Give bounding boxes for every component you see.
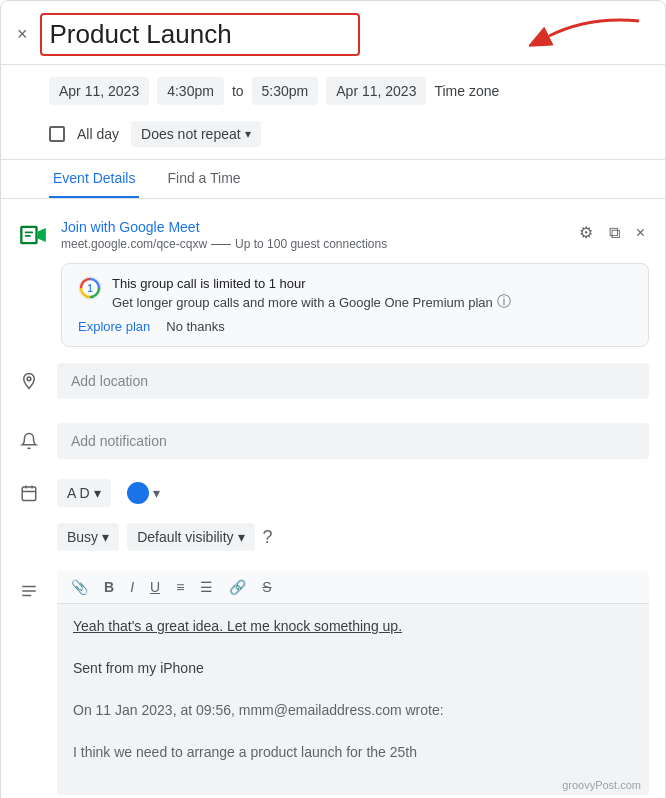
ordered-list-button[interactable]: ≡ xyxy=(172,577,188,597)
status-row: Busy ▾ Default visibility ▾ ? xyxy=(1,515,665,563)
strikethrough-button[interactable]: S xyxy=(258,577,275,597)
meet-url-row: meet.google.com/qce-cqxw Up to 100 guest… xyxy=(61,237,563,251)
meet-dash xyxy=(211,244,231,245)
meet-join-link[interactable]: Join with Google Meet xyxy=(61,219,200,235)
meet-settings-icon[interactable]: ⚙ xyxy=(575,219,597,246)
calendar-owner-dropdown[interactable]: A D ▾ xyxy=(57,479,111,507)
meet-close-icon[interactable]: × xyxy=(632,220,649,246)
start-date-chip[interactable]: Apr 11, 2023 xyxy=(49,77,149,105)
allday-row: All day Does not repeat ▾ xyxy=(1,117,665,159)
tabs-row: Event Details Find a Time xyxy=(1,160,665,199)
timezone-link[interactable]: Time zone xyxy=(434,83,499,99)
to-label: to xyxy=(232,83,244,99)
event-title-input[interactable] xyxy=(40,13,360,56)
header: × xyxy=(1,1,665,65)
visibility-dropdown[interactable]: Default visibility ▾ xyxy=(127,523,254,551)
meet-info-actions: Explore plan No thanks xyxy=(78,319,632,334)
svg-rect-5 xyxy=(25,235,31,237)
meet-actions: ⚙ ⧉ × xyxy=(575,219,649,246)
tab-find-a-time[interactable]: Find a Time xyxy=(163,160,244,198)
chevron-down-icon: ▾ xyxy=(102,529,109,545)
end-date-chip[interactable]: Apr 11, 2023 xyxy=(326,77,426,105)
description-icon xyxy=(17,579,41,603)
notification-field[interactable]: Add notification xyxy=(57,423,649,459)
meet-info-box: 1 This group call is limited to 1 hour G… xyxy=(61,263,649,347)
repeat-dropdown[interactable]: Does not repeat ▾ xyxy=(131,121,261,147)
svg-text:1: 1 xyxy=(87,283,93,294)
color-circle xyxy=(127,482,149,504)
chevron-down-icon: ▾ xyxy=(238,529,245,545)
start-time-chip[interactable]: 4:30pm xyxy=(157,77,224,105)
meet-info-desc: Get longer group calls and more with a G… xyxy=(112,293,632,311)
desc-line-5: On 11 Jan 2023, at 09:56, mmm@emailaddre… xyxy=(73,700,633,721)
calendar-icon xyxy=(17,481,41,505)
status-selected: Busy xyxy=(67,529,98,545)
status-dropdown[interactable]: Busy ▾ xyxy=(57,523,119,551)
meet-info-text: This group call is limited to 1 hour Get… xyxy=(112,276,632,311)
annotation-arrow xyxy=(529,11,649,64)
calendar-row: A D ▾ ▾ xyxy=(1,471,665,515)
desc-line-3: Sent from my iPhone xyxy=(73,658,633,679)
explore-plan-link[interactable]: Explore plan xyxy=(78,319,150,334)
calendar-initials: A D xyxy=(67,485,90,501)
description-toolbar: 📎 B I U ≡ ☰ 🔗 S xyxy=(57,571,649,604)
meet-content: Join with Google Meet meet.google.com/qc… xyxy=(61,219,563,251)
close-button[interactable]: × xyxy=(17,24,28,45)
color-picker-button[interactable]: ▾ xyxy=(127,482,160,504)
allday-checkbox[interactable] xyxy=(49,126,65,142)
desc-line-7: I think we need to arrange a product lau… xyxy=(73,742,633,763)
svg-marker-3 xyxy=(38,228,46,242)
end-time-chip[interactable]: 5:30pm xyxy=(252,77,319,105)
tab-event-details[interactable]: Event Details xyxy=(49,160,139,198)
description-row: 📎 B I U ≡ ☰ 🔗 S Yeah that's a great idea… xyxy=(1,563,665,798)
meet-info-title: This group call is limited to 1 hour xyxy=(112,276,632,291)
meet-info-header: 1 This group call is limited to 1 hour G… xyxy=(78,276,632,311)
yeah-text: Yeah that's a great idea. Let me knock s… xyxy=(73,618,402,634)
chevron-down-icon: ▾ xyxy=(245,127,251,141)
help-icon[interactable]: ? xyxy=(263,527,273,548)
bell-icon xyxy=(17,429,41,453)
chevron-down-icon: ▾ xyxy=(94,485,101,501)
google-one-icon: 1 xyxy=(78,276,102,300)
watermark: groovyPost.com xyxy=(57,775,649,795)
meet-url: meet.google.com/qce-cqxw xyxy=(61,237,207,251)
google-meet-icon xyxy=(17,219,49,251)
svg-rect-9 xyxy=(22,487,36,501)
desc-line-1: Yeah that's a great idea. Let me knock s… xyxy=(73,616,633,637)
date-row: Apr 11, 2023 4:30pm to 5:30pm Apr 11, 20… xyxy=(1,65,665,117)
link-button[interactable]: 🔗 xyxy=(225,577,250,597)
notification-row: Add notification xyxy=(1,411,665,471)
location-field[interactable]: Add location xyxy=(57,363,649,399)
allday-label: All day xyxy=(77,126,119,142)
description-content[interactable]: Yeah that's a great idea. Let me knock s… xyxy=(57,604,649,775)
meet-copy-icon[interactable]: ⧉ xyxy=(605,220,624,246)
attach-button[interactable]: 📎 xyxy=(67,577,92,597)
meet-guest-limit: Up to 100 guest connections xyxy=(235,237,387,251)
content-area: Join with Google Meet meet.google.com/qc… xyxy=(1,199,665,798)
meet-info-icon: 1 xyxy=(78,276,102,300)
bold-button[interactable]: B xyxy=(100,577,118,597)
unordered-list-button[interactable]: ☰ xyxy=(196,577,217,597)
location-icon xyxy=(17,369,41,393)
no-thanks-button[interactable]: No thanks xyxy=(166,319,225,334)
event-editor: × Apr 11, 2023 4:30pm to 5:30pm Apr 11, … xyxy=(0,0,666,798)
underline-button[interactable]: U xyxy=(146,577,164,597)
location-row: Add location xyxy=(1,351,665,411)
svg-point-8 xyxy=(27,377,31,381)
meet-row: Join with Google Meet meet.google.com/qc… xyxy=(1,211,665,259)
help-circle-icon: ⓘ xyxy=(497,293,511,311)
italic-button[interactable]: I xyxy=(126,577,138,597)
description-editor: 📎 B I U ≡ ☰ 🔗 S Yeah that's a great idea… xyxy=(57,571,649,795)
repeat-label: Does not repeat xyxy=(141,126,241,142)
meet-icon-svg xyxy=(19,221,47,249)
chevron-down-icon: ▾ xyxy=(153,485,160,501)
visibility-selected: Default visibility xyxy=(137,529,233,545)
svg-rect-4 xyxy=(25,232,33,234)
